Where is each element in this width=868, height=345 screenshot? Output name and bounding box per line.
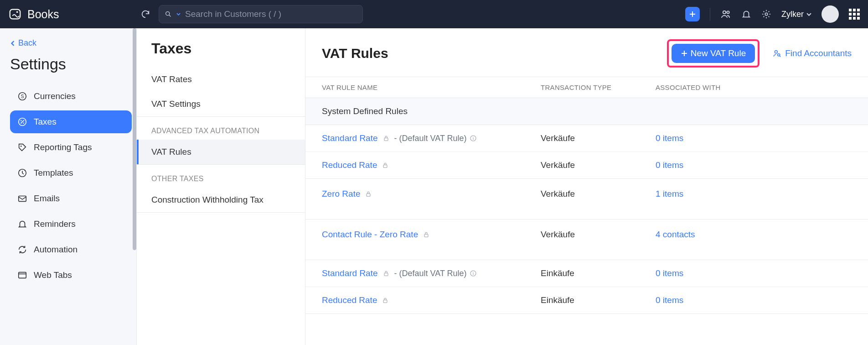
sidebar-item-currencies[interactable]: SCurrencies	[10, 85, 132, 108]
settings-gear-button[interactable]	[761, 9, 771, 19]
subsidebar-item-cwt[interactable]: Construction Withholding Tax	[137, 188, 305, 212]
reporting-tags-icon	[17, 142, 27, 152]
svg-point-5	[727, 11, 729, 13]
svg-point-33	[473, 272, 473, 272]
sidebar-item-web-tabs[interactable]: Web Tabs	[10, 264, 132, 287]
org-name: Zylker	[781, 10, 804, 19]
sidebar-item-label: Currencies	[34, 91, 76, 101]
avatar[interactable]	[822, 5, 839, 23]
associated-link[interactable]: 4 contacts	[656, 230, 695, 239]
sidebar-item-taxes[interactable]: Taxes	[10, 110, 132, 133]
subgroup-label: ADVANCED TAX AUTOMATION	[137, 117, 305, 140]
rule-name-link[interactable]: Contact Rule - Zero Rate	[322, 230, 418, 240]
sidebar-item-label: Reminders	[34, 219, 76, 229]
users-icon	[720, 9, 731, 20]
quick-add-button[interactable]	[685, 7, 700, 21]
new-vat-rule-button[interactable]: New VAT Rule	[672, 44, 755, 63]
find-accountants-link[interactable]: Find Accountants	[772, 48, 852, 58]
svg-rect-17	[19, 196, 26, 202]
associated-link[interactable]: 0 items	[656, 268, 683, 278]
divider	[137, 212, 305, 213]
sidebar-item-label: Automation	[34, 245, 78, 255]
lock-icon	[365, 190, 372, 198]
svg-rect-23	[384, 138, 388, 141]
info-icon	[470, 135, 477, 142]
plus-icon	[689, 10, 696, 18]
associated-cell: 0 items	[656, 133, 852, 143]
refresh-button[interactable]	[137, 5, 154, 23]
settings-title: Settings	[10, 55, 132, 73]
chevron-down-icon[interactable]	[176, 12, 181, 16]
chevron-left-icon	[10, 41, 16, 46]
svg-point-1	[16, 11, 18, 13]
plus-icon	[681, 50, 688, 57]
sidebar-item-emails[interactable]: Emails	[10, 187, 132, 210]
web-tabs-icon	[17, 270, 27, 280]
sidebar-item-reminders[interactable]: Reminders	[10, 213, 132, 235]
subsidebar-item-vat-settings[interactable]: VAT Settings	[137, 92, 305, 116]
lock-icon	[382, 270, 390, 277]
rule-name-link[interactable]: Standard Rate	[322, 268, 378, 278]
table-row: Contact Rule - Zero Rate Verkäufe 4 cont…	[305, 220, 868, 260]
rule-name-link[interactable]: Standard Rate	[322, 133, 378, 143]
svg-line-22	[780, 56, 780, 57]
rule-name-link[interactable]: Zero Rate	[322, 189, 360, 199]
svg-rect-0	[10, 10, 21, 19]
section-system-defined: System Defined Rules	[305, 98, 868, 125]
transaction-type: Verkäufe	[541, 189, 656, 199]
rule-name-cell: Reduced Rate	[322, 295, 541, 305]
svg-point-2	[166, 12, 170, 16]
lock-icon	[382, 135, 390, 142]
new-rule-label: New VAT Rule	[691, 48, 746, 58]
svg-rect-30	[384, 273, 388, 276]
apps-grid-button[interactable]	[849, 9, 860, 20]
svg-point-20	[775, 51, 778, 53]
sidebar-item-label: Web Tabs	[34, 270, 72, 280]
brand-name: Books	[27, 8, 59, 21]
subsidebar-item-vat-rates[interactable]: VAT Rates	[137, 67, 305, 92]
svg-point-26	[473, 137, 473, 137]
notifications-button[interactable]	[741, 9, 751, 19]
search-input[interactable]	[185, 9, 357, 19]
associated-link[interactable]: 0 items	[656, 295, 683, 305]
scrollbar[interactable]	[133, 28, 136, 250]
svg-rect-34	[383, 300, 387, 303]
associated-cell: 0 items	[656, 295, 852, 305]
default-tag: - (Default VAT Rule)	[394, 269, 477, 278]
topbar: Books Zylker	[0, 0, 868, 28]
svg-point-12	[23, 123, 24, 124]
transaction-type: Verkäufe	[541, 160, 656, 170]
svg-rect-29	[424, 234, 428, 237]
sidebar-item-templates[interactable]: Templates	[10, 162, 132, 184]
users-button[interactable]	[720, 9, 731, 20]
sidebar-item-reporting-tags[interactable]: Reporting Tags	[10, 136, 132, 159]
back-link[interactable]: Back	[10, 38, 132, 48]
subsidebar-item-vat-rules[interactable]: VAT Rules	[137, 140, 305, 164]
page-title: VAT Rules	[322, 46, 388, 61]
svg-rect-18	[19, 272, 26, 278]
default-tag: - (Default VAT Rule)	[394, 134, 477, 143]
search-container[interactable]	[159, 5, 363, 23]
refresh-icon	[140, 9, 150, 19]
associated-link[interactable]: 0 items	[656, 160, 683, 170]
associated-link[interactable]: 1 items	[656, 189, 683, 199]
rule-name-link[interactable]: Reduced Rate	[322, 295, 377, 305]
automation-icon	[17, 245, 27, 255]
emails-icon	[17, 193, 27, 204]
rule-name-cell: Reduced Rate	[322, 160, 541, 170]
svg-point-15	[20, 170, 21, 171]
info-icon	[470, 270, 477, 277]
subsidebar-title: Taxes	[137, 40, 305, 67]
reminders-icon	[17, 219, 27, 229]
rule-name-link[interactable]: Reduced Rate	[322, 160, 377, 170]
associated-link[interactable]: 0 items	[656, 133, 683, 143]
table-header: VAT RULE NAME TRANSACTION TYPE ASSOCIATE…	[305, 77, 868, 98]
svg-line-3	[169, 15, 170, 16]
table-row: Reduced Rate Verkäufe 0 items	[305, 152, 868, 179]
brand-logo-icon	[8, 7, 22, 21]
svg-point-4	[723, 11, 726, 14]
org-selector[interactable]: Zylker	[781, 10, 811, 19]
col-assoc: ASSOCIATED WITH	[656, 84, 852, 91]
brand[interactable]: Books	[8, 7, 137, 21]
sidebar-item-automation[interactable]: Automation	[10, 238, 132, 261]
